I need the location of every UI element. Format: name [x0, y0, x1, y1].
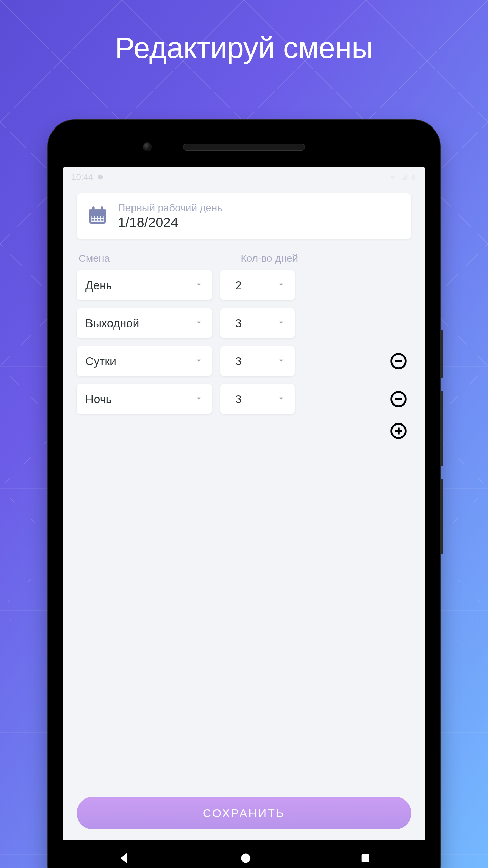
battery-icon	[411, 173, 417, 181]
svg-rect-10	[98, 216, 100, 218]
shift-dropdown-value: Выходной	[85, 317, 139, 330]
svg-rect-6	[101, 206, 103, 211]
nav-home-icon[interactable]	[240, 852, 252, 864]
days-dropdown-value: 3	[229, 355, 242, 368]
chevron-down-icon	[277, 280, 286, 291]
date-value: 1/18/2024	[118, 215, 222, 230]
days-dropdown-value: 2	[229, 279, 242, 292]
svg-rect-13	[95, 219, 97, 220]
svg-rect-24	[362, 854, 369, 862]
shift-row: День2	[77, 270, 411, 300]
shift-row: Ночь3	[77, 384, 411, 414]
shift-dropdown[interactable]: Сутки	[77, 346, 212, 376]
chevron-down-icon	[194, 356, 203, 367]
signal-icon	[400, 173, 408, 181]
shift-dropdown-value: Ночь	[85, 393, 112, 406]
app-screen: 10:44	[63, 167, 425, 868]
svg-rect-5	[92, 206, 95, 211]
svg-rect-2	[413, 174, 415, 175]
status-dot-icon	[97, 173, 104, 181]
chevron-down-icon	[194, 394, 203, 405]
app-content: Первый рабочий день 1/18/2024 Смена Кол-…	[63, 186, 425, 840]
days-dropdown[interactable]: 3	[220, 384, 295, 414]
shift-row: Выходной3	[77, 308, 411, 338]
shift-dropdown[interactable]: День	[77, 270, 212, 300]
svg-rect-9	[95, 216, 97, 218]
days-dropdown[interactable]: 3	[220, 308, 295, 338]
phone-side-button	[440, 330, 443, 378]
calendar-icon	[87, 205, 108, 228]
column-header-days: Кол-во дней	[241, 253, 373, 264]
shift-dropdown[interactable]: Выходной	[77, 308, 212, 338]
shift-dropdown-value: День	[85, 279, 112, 292]
svg-rect-15	[101, 219, 104, 220]
row-trail	[303, 352, 411, 371]
chevron-down-icon	[277, 394, 286, 405]
shift-dropdown-value: Сутки	[85, 355, 116, 368]
wifi-icon	[388, 173, 397, 181]
days-dropdown[interactable]: 3	[220, 346, 295, 376]
svg-rect-14	[98, 219, 100, 220]
row-trail	[303, 390, 411, 409]
chevron-down-icon	[194, 318, 203, 329]
remove-row-button[interactable]	[389, 352, 408, 371]
columns-header: Смена Кол-во дней	[77, 253, 411, 264]
phone-volume-up	[440, 391, 443, 466]
shift-row: Сутки3	[77, 346, 411, 376]
save-button-label: СОХРАНИТЬ	[203, 807, 285, 820]
android-nav-bar	[63, 840, 425, 868]
nav-back-icon[interactable]	[117, 851, 132, 866]
shift-dropdown[interactable]: Ночь	[77, 384, 212, 414]
svg-point-0	[98, 175, 103, 180]
add-row-button[interactable]	[389, 421, 408, 440]
remove-row-button[interactable]	[389, 390, 408, 409]
svg-rect-1	[412, 175, 415, 180]
phone-camera	[143, 142, 152, 151]
save-button[interactable]: СОХРАНИТЬ	[77, 797, 411, 829]
svg-rect-12	[92, 219, 94, 220]
chevron-down-icon	[277, 318, 286, 329]
promo-title: Редактируй смены	[0, 31, 488, 65]
phone-frame: 10:44	[47, 119, 441, 868]
svg-rect-8	[92, 216, 94, 218]
phone-speaker	[183, 144, 305, 151]
date-label: Первый рабочий день	[118, 202, 222, 214]
phone-volume-down	[440, 479, 443, 554]
column-header-shift: Смена	[79, 253, 241, 264]
status-bar: 10:44	[63, 167, 425, 186]
promo-backdrop: Редактируй смены 10:44	[0, 0, 488, 868]
days-dropdown-value: 3	[229, 317, 242, 330]
svg-rect-4	[89, 209, 106, 214]
date-card[interactable]: Первый рабочий день 1/18/2024	[77, 193, 411, 239]
chevron-down-icon	[194, 280, 203, 291]
chevron-down-icon	[277, 356, 286, 367]
status-time: 10:44	[71, 172, 93, 182]
svg-point-23	[241, 854, 250, 863]
svg-rect-11	[101, 216, 104, 218]
days-dropdown-value: 3	[229, 393, 242, 406]
nav-recent-icon[interactable]	[360, 852, 371, 864]
rows-list: День2Выходной3Сутки3Ночь3	[77, 270, 411, 414]
days-dropdown[interactable]: 2	[220, 270, 295, 300]
